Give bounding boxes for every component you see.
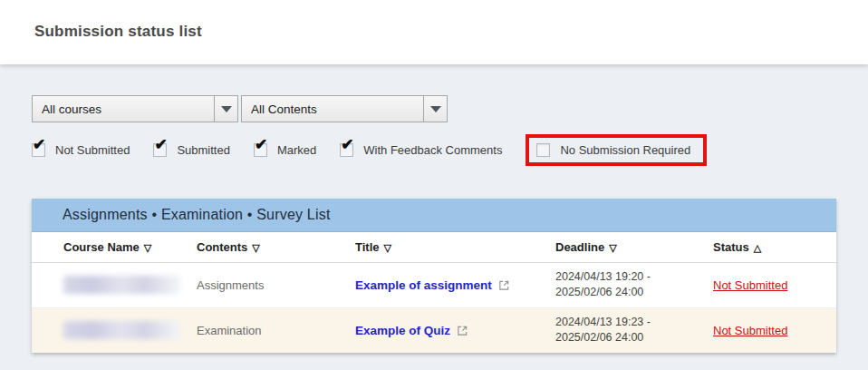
column-header-contents[interactable]: Contents▽ <box>197 232 355 262</box>
status-link[interactable]: Not Submitted <box>713 278 787 292</box>
contents-cell: Examination <box>197 307 355 353</box>
title-cell: Example of assignment <box>355 262 555 307</box>
filter-label: No Submission Required <box>560 143 690 157</box>
column-header-course-name[interactable]: Course Name▽ <box>32 232 197 262</box>
app-header: Submission status list <box>0 0 868 64</box>
filter-not-submitted: ✔ Not Submitted <box>32 143 130 157</box>
status-filterbar: ✔ Not Submitted ✔ Submitted ✔ Marked ✔ W… <box>32 131 836 168</box>
page-title: Submission status list <box>0 0 868 41</box>
not-submitted-checkbox[interactable]: ✔ <box>32 143 45 157</box>
column-header-deadline[interactable]: Deadline▽ <box>555 232 713 262</box>
checkmark-icon: ✔ <box>154 137 167 152</box>
sort-down-icon: ▽ <box>252 242 259 253</box>
page-root: { "header": { "title": "Submission statu… <box>0 0 868 370</box>
chevron-down-icon <box>214 96 237 122</box>
sort-down-icon: ▽ <box>384 242 391 253</box>
contents-cell: Assignments <box>197 262 355 307</box>
table-row: Examination Example of Quiz 2024/04/13 1… <box>32 307 836 353</box>
filter-toolbar: All courses All Contents <box>32 95 836 122</box>
filter-submitted: ✔ Submitted <box>153 143 230 157</box>
submission-table: Assignments • Examination • Survey List … <box>32 199 836 353</box>
status-link[interactable]: Not Submitted <box>713 324 787 337</box>
sort-down-icon: ▽ <box>609 242 616 253</box>
course-filter-selected-value: All courses <box>33 96 214 122</box>
table-caption: Assignments • Examination • Survey List <box>32 199 836 232</box>
filter-label: With Feedback Comments <box>363 143 502 157</box>
checkmark-icon: ✔ <box>33 137 45 152</box>
sort-down-icon: ▽ <box>144 242 151 253</box>
course-name-cell <box>32 307 197 353</box>
marked-checkbox[interactable]: ✔ <box>254 143 267 157</box>
redacted-course-name <box>63 321 179 339</box>
filter-no-submission-required: ✔ No Submission Required <box>526 134 707 166</box>
filter-label: Marked <box>277 143 316 157</box>
status-cell: Not Submitted <box>713 262 836 307</box>
external-link-icon <box>457 325 468 336</box>
assignment-title-link[interactable]: Example of assignment <box>355 278 492 292</box>
filter-label: Submitted <box>177 143 230 157</box>
filter-marked: ✔ Marked <box>254 143 316 157</box>
with-feedback-comments-checkbox[interactable]: ✔ <box>340 143 353 157</box>
status-cell: Not Submitted <box>713 307 836 353</box>
submitted-checkbox[interactable]: ✔ <box>153 143 167 157</box>
course-filter-dropdown[interactable]: All courses <box>32 95 238 122</box>
contents-filter-selected-value: All Contents <box>242 96 423 122</box>
filter-with-feedback-comments: ✔ With Feedback Comments <box>340 143 502 157</box>
course-name-cell <box>32 262 197 307</box>
quiz-title-link[interactable]: Example of Quiz <box>355 324 450 337</box>
deadline-cell: 2024/04/13 19:20 - 2025/02/06 24:00 <box>555 262 713 307</box>
external-link-icon <box>498 279 510 291</box>
column-header-title[interactable]: Title▽ <box>355 232 555 262</box>
title-cell: Example of Quiz <box>355 307 555 353</box>
column-header-status[interactable]: Status△ <box>713 232 836 262</box>
filter-label: Not Submitted <box>55 143 130 157</box>
checkmark-icon: ✔ <box>341 137 353 152</box>
no-submission-required-checkbox[interactable]: ✔ <box>536 143 550 157</box>
sort-up-icon: △ <box>754 242 761 253</box>
contents-filter-dropdown[interactable]: All Contents <box>241 95 448 122</box>
chevron-down-icon <box>423 96 447 122</box>
table-row: Assignments Example of assignment 2024/0… <box>32 262 836 307</box>
checkmark-icon: ✔ <box>255 137 267 152</box>
table-header-row: Course Name▽ Contents▽ Title▽ Deadline▽ … <box>32 232 836 262</box>
redacted-course-name <box>63 276 179 294</box>
deadline-cell: 2024/04/13 19:23 - 2025/02/06 24:00 <box>555 307 713 353</box>
